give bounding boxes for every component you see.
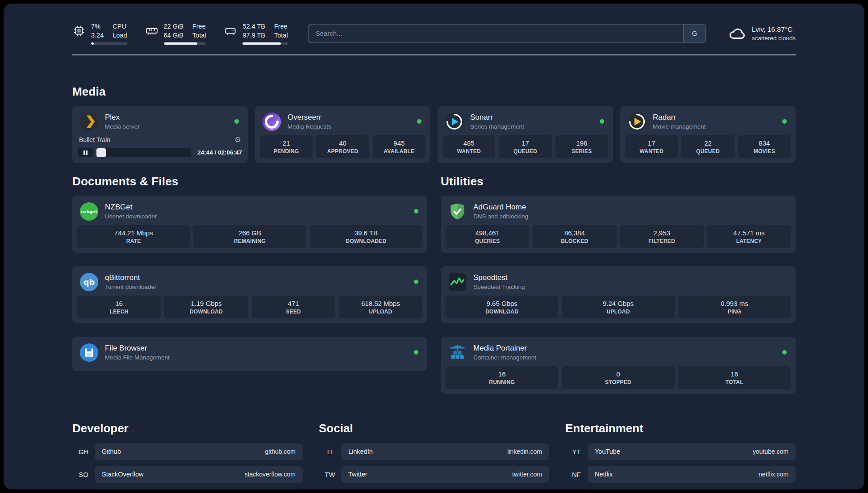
service-subtitle: DNS and adblocking [473,213,528,220]
service-header[interactable]: nzbgetNZBGetUsenet downloader [77,200,422,225]
pause-button[interactable] [78,148,93,157]
service-card-plex[interactable]: PlexMedia serverBullet Train⚙24:44 / 02:… [72,106,248,163]
stat-upload: 9.24 GbpsUPLOAD [562,296,674,318]
bookmark-link[interactable]: Githubgithub.com [95,443,303,460]
service-header[interactable]: SonarrSeries management [442,110,608,135]
playback-progress-bar[interactable] [96,148,191,157]
bookmark-group-entertainment: EntertainmentYTYouTubeyoutube.comNFNetfl… [565,422,796,489]
cpu-percent: 7% [91,22,104,31]
memory-total-label: Total [192,31,206,40]
bookmarks: DeveloperGHGithubgithub.comSOStackOverfl… [72,422,796,489]
stat-filtered: 2,953FILTERED [620,225,704,248]
bookmark-link[interactable]: Redditreddit.com [588,489,796,489]
stat-movies: 834MOVIES [738,135,791,158]
service-title: Overseerr [288,113,331,122]
bookmark-github[interactable]: GHGithubgithub.com [72,443,303,460]
stat-label: RATE [79,238,188,244]
bookmark-stackoverflow[interactable]: SOStackOverflowstackoverflow.com [72,466,303,483]
stat-label: PING [680,309,789,315]
bookmark-abbr: SO [72,471,95,478]
service-card-sonarr[interactable]: SonarrSeries management485WANTED17QUEUED… [438,106,613,163]
radarr-icon [627,112,647,132]
stat-value: 40 [318,139,367,147]
stat-label: MOVIES [740,148,789,155]
service-header[interactable]: RadarrMovie management [625,110,791,135]
service-title: Sonarr [470,113,524,122]
bookmark-abbr: NF [565,471,588,478]
service-card-nzbget[interactable]: nzbgetNZBGetUsenet downloader744.21 Mbps… [72,196,427,253]
stat-value: 39.6 TB [312,229,421,237]
stat-label: LEECH [79,309,159,315]
stat-value: 86,384 [534,229,614,237]
nzbget-icon: nzbget [79,201,99,221]
bookmark-abbr: TW [319,471,341,478]
service-card-qbittorrent[interactable]: qbqBittorrentTorrent downloader16LEECH1.… [72,266,427,323]
search-input[interactable] [309,25,683,42]
bookmark-url: stackoverflow.com [245,471,296,478]
stat-value: 22 [683,139,732,147]
stat-value: 0.993 ms [680,300,789,307]
bookmark-url: netflix.com [759,471,789,478]
bookmark-dev[interactable]: DTDEVdev.to [72,489,303,489]
status-dot [782,119,787,124]
service-header[interactable]: File BrowserMedia File Management [77,341,422,366]
stat-downloaded: 39.6 TBDOWNLOADED [310,225,422,248]
service-header[interactable]: qbqBittorrentTorrent downloader [77,270,422,296]
service-header[interactable]: OverseerrMedia Requests [260,110,426,135]
service-subtitle: Movie management [653,123,706,130]
bookmark-link[interactable]: StackOverflowstackoverflow.com [95,466,303,483]
bookmark-reddit[interactable]: RERedditreddit.com [565,489,796,489]
stat-value: 471 [254,300,334,307]
bookmark-url: linkedin.com [507,448,542,455]
bookmark-link[interactable]: DEVdev.to [95,489,303,489]
service-card-overseerr[interactable]: OverseerrMedia Requests21PENDING40APPROV… [255,106,430,163]
bookmark-link[interactable]: LinkedInlinkedin.com [341,443,549,460]
service-title: File Browser [105,344,170,353]
service-header[interactable]: SpeedtestSpeedtest Tracking [446,270,791,296]
section-title-documents: Documents & Files [72,175,427,188]
stat-ping: 0.993 msPING [678,296,791,318]
bookmark-link[interactable]: Netflixnetflix.com [588,466,796,483]
service-card-portainer[interactable]: Media PortainerContainer management16RUN… [441,337,796,394]
service-title: Plex [105,113,140,122]
stat-value: 16 [447,370,556,378]
stat-wanted: 17WANTED [625,135,678,158]
stat-value: 485 [444,139,493,147]
service-card-radarr[interactable]: RadarrMovie management17WANTED22QUEUED83… [620,106,796,163]
service-title: Media Portainer [473,344,536,353]
bookmark-twitter[interactable]: TWTwittertwitter.com [319,466,549,483]
service-title: qBittorrent [105,273,157,282]
stat-value: 498,461 [447,229,527,237]
service-card-speedtest[interactable]: SpeedtestSpeedtest Tracking9.65 GbpsDOWN… [441,266,796,323]
now-playing-title: Bullet Train [79,136,110,143]
search-provider-button[interactable]: G [683,25,705,42]
service-subtitle: Torrent downloader [105,284,157,290]
status-dot [600,119,604,124]
stat-seed: 471SEED [252,296,335,318]
service-header[interactable]: AdGuard HomeDNS and adblocking [446,200,791,225]
service-header[interactable]: Media PortainerContainer management [446,341,791,366]
utilities-cards: AdGuard HomeDNS and adblocking498,461QUE… [441,196,796,394]
service-subtitle: Container management [473,354,536,361]
bookmark-link[interactable]: YouTubeyoutube.com [588,443,796,460]
system-metrics: 7% CPU 3.24 Load 22 GiB Free 64 GiB [72,22,288,45]
stat-value: 47.571 ms [709,229,789,237]
gear-icon[interactable]: ⚙ [234,136,241,144]
stat-label: AVAILABLE [375,148,424,155]
documents-cards: nzbgetNZBGetUsenet downloader744.21 Mbps… [72,196,427,371]
stat-pending: 21PENDING [260,135,313,158]
bookmark-youtube[interactable]: YTYouTubeyoutube.com [565,443,796,460]
disk-metric: 52.4 TB Free 97.9 TB Total [224,22,288,45]
bookmark-name: Netflix [595,471,613,478]
bookmark-linkedin[interactable]: LILinkedInlinkedin.com [319,443,549,460]
service-card-filebrowser[interactable]: File BrowserMedia File Management [72,337,427,371]
bookmark-group-social: SocialLILinkedInlinkedin.comTWTwittertwi… [319,422,549,489]
stat-value: 1.19 Gbps [166,300,246,307]
weather-location: Lviv, 16.87°C [752,25,796,34]
stat-label: UPLOAD [563,309,672,315]
bookmark-link[interactable]: Twittertwitter.com [341,466,549,483]
stat-rate: 744.21 MbpsRATE [77,225,190,248]
bookmark-netflix[interactable]: NFNetflixnetflix.com [565,466,796,483]
service-header[interactable]: PlexMedia server [77,110,243,135]
service-card-adguard[interactable]: AdGuard HomeDNS and adblocking498,461QUE… [441,196,796,253]
